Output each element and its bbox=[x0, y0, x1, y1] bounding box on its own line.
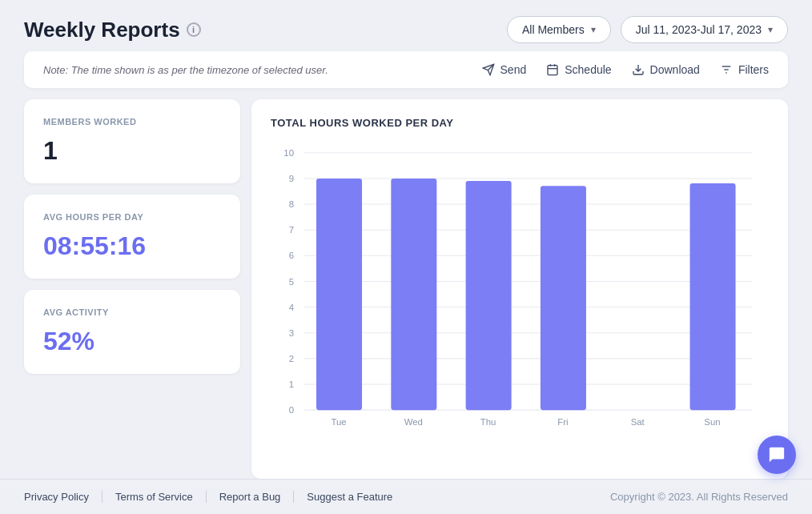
send-action[interactable]: Send bbox=[481, 62, 527, 77]
main-content: MEMBERS WORKED 1 AVG HOURS PER DAY 08:55… bbox=[0, 99, 812, 479]
avg-hours-value: 08:55:16 bbox=[43, 231, 221, 261]
chevron-down-icon: ▾ bbox=[591, 24, 596, 35]
svg-text:Tue: Tue bbox=[331, 417, 346, 427]
svg-text:1: 1 bbox=[289, 379, 294, 389]
date-range-selector[interactable]: Jul 11, 2023-Jul 17, 2023 ▾ bbox=[621, 16, 788, 43]
svg-rect-32 bbox=[316, 179, 362, 410]
info-icon[interactable]: i bbox=[187, 22, 201, 37]
avg-hours-card: AVG HOURS PER DAY 08:55:16 bbox=[24, 195, 240, 279]
avg-activity-label: AVG ACTIVITY bbox=[43, 307, 221, 317]
privacy-policy-link[interactable]: Privacy Policy bbox=[24, 491, 103, 503]
suggest-feature-link[interactable]: Suggest a Feature bbox=[294, 491, 405, 503]
chat-button[interactable] bbox=[758, 436, 796, 474]
avg-activity-value: 52% bbox=[43, 327, 221, 356]
note-bar: Note: The time shown is as per the timez… bbox=[24, 51, 788, 88]
members-worked-label: MEMBERS WORKED bbox=[43, 117, 221, 126]
svg-text:7: 7 bbox=[289, 225, 294, 235]
download-action[interactable]: Download bbox=[631, 62, 700, 77]
avg-hours-label: AVG HOURS PER DAY bbox=[43, 212, 221, 222]
svg-text:6: 6 bbox=[289, 251, 294, 260]
chart-area: 10 9 8 7 6 5 4 3 2 bbox=[271, 142, 769, 446]
send-label: Send bbox=[500, 63, 527, 76]
chevron-down-icon: ▾ bbox=[768, 24, 773, 35]
send-icon bbox=[481, 62, 496, 77]
svg-text:2: 2 bbox=[289, 354, 294, 363]
footer-links: Privacy Policy Terms of Service Report a… bbox=[24, 491, 405, 503]
svg-text:8: 8 bbox=[289, 199, 294, 209]
schedule-icon bbox=[545, 62, 560, 77]
svg-text:Sat: Sat bbox=[631, 417, 645, 427]
schedule-label: Schedule bbox=[565, 63, 611, 76]
date-range-label: Jul 11, 2023-Jul 17, 2023 bbox=[636, 23, 762, 36]
svg-text:5: 5 bbox=[289, 277, 294, 287]
bar-chart: 10 9 8 7 6 5 4 3 2 bbox=[271, 142, 769, 446]
filters-label: Filters bbox=[738, 63, 769, 76]
schedule-action[interactable]: Schedule bbox=[545, 62, 611, 77]
svg-text:Fri: Fri bbox=[557, 417, 568, 427]
avg-activity-card: AVG ACTIVITY 52% bbox=[24, 290, 240, 374]
chat-icon bbox=[768, 446, 786, 464]
download-label: Download bbox=[650, 63, 700, 76]
note-actions: Send Schedule bbox=[481, 62, 769, 77]
stats-panel: MEMBERS WORKED 1 AVG HOURS PER DAY 08:55… bbox=[24, 99, 240, 479]
title-text: Weekly Reports bbox=[24, 18, 180, 42]
page-wrapper: Weekly Reports i All Members ▾ Jul 11, 2… bbox=[0, 0, 812, 514]
note-text: Note: The time shown is as per the timez… bbox=[43, 64, 328, 76]
members-worked-value: 1 bbox=[43, 136, 221, 166]
svg-rect-34 bbox=[391, 179, 436, 410]
header: Weekly Reports i All Members ▾ Jul 11, 2… bbox=[0, 0, 812, 51]
download-icon bbox=[631, 62, 645, 77]
page-title: Weekly Reports i bbox=[24, 18, 201, 42]
filters-icon bbox=[719, 62, 734, 77]
svg-text:Sun: Sun bbox=[704, 417, 720, 427]
report-bug-link[interactable]: Report a Bug bbox=[207, 491, 295, 503]
svg-rect-41 bbox=[690, 183, 736, 410]
members-selector[interactable]: All Members ▾ bbox=[507, 16, 611, 43]
chart-panel: TOTAL HOURS WORKED PER DAY 10 9 8 7 bbox=[251, 99, 788, 479]
svg-text:0: 0 bbox=[289, 405, 294, 415]
members-worked-card: MEMBERS WORKED 1 bbox=[24, 99, 240, 183]
svg-rect-36 bbox=[466, 181, 512, 410]
members-label: All Members bbox=[522, 23, 585, 36]
svg-text:9: 9 bbox=[289, 174, 294, 183]
svg-rect-38 bbox=[541, 186, 586, 410]
svg-text:Wed: Wed bbox=[404, 417, 423, 427]
header-controls: All Members ▾ Jul 11, 2023-Jul 17, 2023 … bbox=[507, 16, 788, 43]
chart-title: TOTAL HOURS WORKED PER DAY bbox=[271, 117, 769, 129]
svg-rect-2 bbox=[548, 66, 557, 75]
svg-text:3: 3 bbox=[289, 328, 294, 338]
terms-of-service-link[interactable]: Terms of Service bbox=[103, 491, 207, 503]
svg-text:4: 4 bbox=[289, 303, 294, 312]
svg-text:Thu: Thu bbox=[480, 417, 496, 427]
copyright-text: Copyright © 2023. All Rights Reserved bbox=[610, 491, 788, 503]
filters-action[interactable]: Filters bbox=[719, 62, 769, 77]
svg-text:10: 10 bbox=[283, 148, 294, 158]
footer: Privacy Policy Terms of Service Report a… bbox=[0, 479, 812, 514]
